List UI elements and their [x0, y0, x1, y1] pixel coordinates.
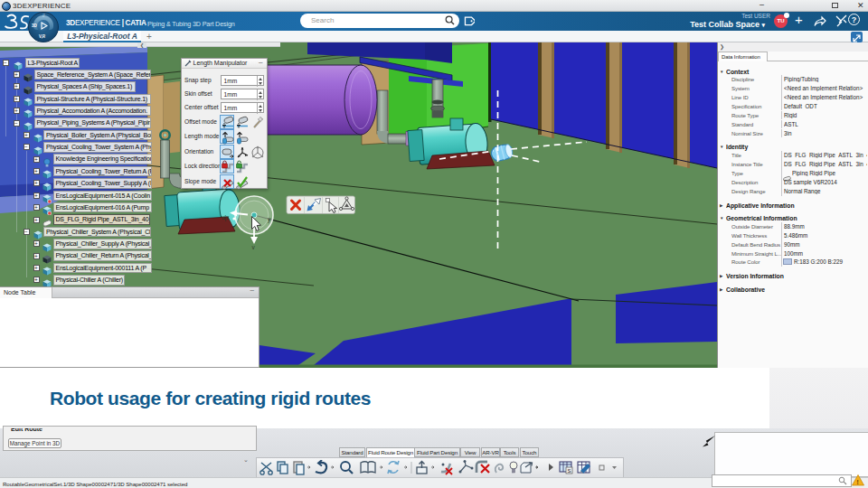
svg-text:!: !	[856, 478, 859, 486]
svg-text:S: S	[568, 468, 571, 474]
svg-text:u|x: u|x	[222, 214, 230, 221]
